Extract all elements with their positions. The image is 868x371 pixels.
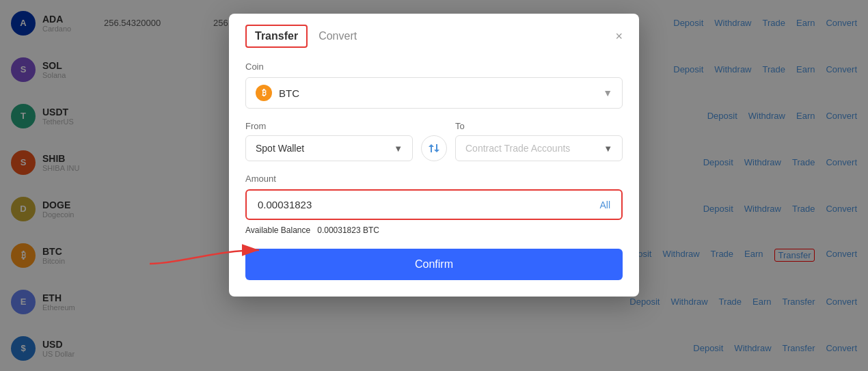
amount-input[interactable]: [258, 199, 599, 210]
coin-select-text: BTC: [279, 87, 299, 99]
amount-label: Amount: [245, 174, 623, 184]
from-label: From: [245, 121, 413, 131]
available-label: Available Balance: [245, 225, 310, 235]
tab-transfer[interactable]: Transfer: [245, 25, 308, 48]
available-value: 0.00031823 BTC: [317, 225, 379, 235]
coin-label: Coin: [245, 61, 623, 72]
modal-overlay: Transfer Convert × Coin ₿ BTC ▼ From Spo…: [0, 0, 868, 371]
coin-select-arrow-icon: ▼: [603, 87, 612, 98]
available-balance: Available Balance 0.00031823 BTC: [245, 225, 623, 235]
amount-input-container: All: [245, 189, 623, 220]
btc-icon: ₿: [256, 85, 272, 101]
from-column: From Spot Wallet ▼: [245, 121, 413, 161]
to-label: To: [455, 121, 623, 131]
to-wallet-select[interactable]: Contract Trade Accounts ▼: [455, 135, 623, 161]
modal-body: Coin ₿ BTC ▼ From Spot Wallet ▼: [229, 48, 639, 297]
from-wallet-arrow-icon: ▼: [394, 143, 403, 154]
to-wallet-placeholder: Contract Trade Accounts: [465, 143, 570, 154]
from-wallet-select[interactable]: Spot Wallet ▼: [245, 135, 413, 161]
all-button[interactable]: All: [599, 200, 610, 210]
from-wallet-value: Spot Wallet: [256, 143, 304, 154]
modal-header: Transfer Convert ×: [229, 14, 639, 48]
transfer-modal: Transfer Convert × Coin ₿ BTC ▼ From Spo…: [229, 14, 639, 297]
coin-select[interactable]: ₿ BTC ▼: [245, 77, 623, 109]
close-button[interactable]: ×: [615, 30, 623, 42]
tab-convert[interactable]: Convert: [318, 25, 357, 48]
confirm-button[interactable]: Confirm: [245, 249, 623, 280]
from-to-row: From Spot Wallet ▼ To Contract Trade: [245, 121, 623, 161]
swap-button[interactable]: [421, 135, 447, 161]
to-column: To Contract Trade Accounts ▼: [455, 121, 623, 161]
to-wallet-arrow-icon: ▼: [603, 143, 612, 154]
